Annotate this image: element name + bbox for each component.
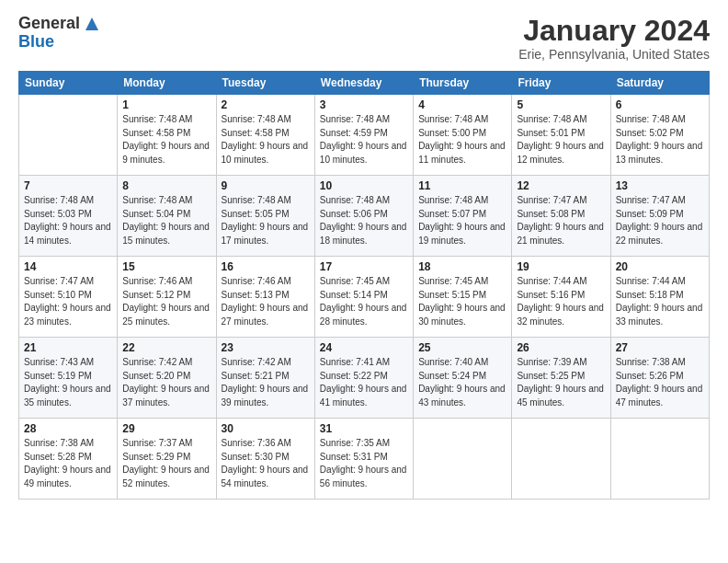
day-number: 5 [517,98,605,111]
sunset-text: Sunset: 5:26 PM [616,371,684,381]
logo-triangle-icon [85,17,98,30]
calendar-cell: 23Sunrise: 7:42 AMSunset: 5:21 PMDayligh… [216,338,314,419]
sunset-text: Sunset: 5:16 PM [517,290,585,300]
calendar-cell: 29Sunrise: 7:37 AMSunset: 5:29 PMDayligh… [118,419,216,500]
day-number: 1 [122,98,210,111]
calendar-cell: 18Sunrise: 7:45 AMSunset: 5:15 PMDayligh… [414,257,512,338]
calendar-header-row: SundayMondayTuesdayWednesdayThursdayFrid… [19,72,710,95]
sunrise-text: Sunrise: 7:39 AM [517,357,586,367]
calendar-cell: 22Sunrise: 7:42 AMSunset: 5:20 PMDayligh… [118,338,216,419]
sunrise-text: Sunrise: 7:44 AM [517,276,586,286]
sunset-text: Sunset: 5:05 PM [222,209,290,219]
title-area: January 2024 Erie, Pennsylvania, United … [518,15,710,62]
day-info: Sunrise: 7:48 AMSunset: 5:02 PMDaylight:… [616,113,704,167]
calendar-week-4: 21Sunrise: 7:43 AMSunset: 5:19 PMDayligh… [19,338,710,419]
logo: General Blue [18,15,98,52]
daylight-text: Daylight: 9 hours and 11 minutes. [418,141,506,165]
day-info: Sunrise: 7:48 AMSunset: 4:59 PMDaylight:… [320,113,408,167]
calendar-cell: 1Sunrise: 7:48 AMSunset: 4:58 PMDaylight… [118,95,216,176]
sunset-text: Sunset: 4:58 PM [222,128,290,138]
sunrise-text: Sunrise: 7:47 AM [616,195,686,205]
sunrise-text: Sunrise: 7:46 AM [122,276,192,286]
sunrise-text: Sunrise: 7:48 AM [320,114,390,124]
day-number: 9 [222,179,310,192]
sunset-text: Sunset: 4:59 PM [320,128,388,138]
calendar-cell: 16Sunrise: 7:46 AMSunset: 5:13 PMDayligh… [216,257,314,338]
sunrise-text: Sunrise: 7:35 AM [320,438,390,448]
sunrise-text: Sunrise: 7:42 AM [122,357,192,367]
day-number: 14 [24,260,112,273]
daylight-text: Daylight: 9 hours and 21 minutes. [517,222,604,246]
calendar-cell: 14Sunrise: 7:47 AMSunset: 5:10 PMDayligh… [19,257,118,338]
day-info: Sunrise: 7:47 AMSunset: 5:08 PMDaylight:… [517,194,605,247]
sunset-text: Sunset: 5:21 PM [222,371,290,381]
calendar-cell: 10Sunrise: 7:48 AMSunset: 5:06 PMDayligh… [314,176,413,257]
calendar-cell: 25Sunrise: 7:40 AMSunset: 5:24 PMDayligh… [414,338,512,419]
day-number: 2 [222,98,310,111]
calendar-cell: 2Sunrise: 7:48 AMSunset: 4:58 PMDaylight… [216,95,314,176]
calendar-week-5: 28Sunrise: 7:38 AMSunset: 5:28 PMDayligh… [19,419,710,500]
sunrise-text: Sunrise: 7:36 AM [222,438,291,448]
day-info: Sunrise: 7:48 AMSunset: 4:58 PMDaylight:… [222,113,310,167]
day-number: 31 [320,422,408,435]
sunrise-text: Sunrise: 7:48 AM [418,195,488,205]
sunset-text: Sunset: 5:18 PM [616,290,684,300]
day-info: Sunrise: 7:45 AMSunset: 5:14 PMDaylight:… [320,275,408,328]
daylight-text: Daylight: 9 hours and 47 minutes. [616,384,703,408]
calendar-cell: 3Sunrise: 7:48 AMSunset: 4:59 PMDaylight… [314,95,413,176]
daylight-text: Daylight: 9 hours and 45 minutes. [517,384,604,408]
daylight-text: Daylight: 9 hours and 19 minutes. [418,222,506,246]
day-info: Sunrise: 7:43 AMSunset: 5:19 PMDaylight:… [24,356,112,409]
day-info: Sunrise: 7:48 AMSunset: 4:58 PMDaylight:… [122,113,210,167]
daylight-text: Daylight: 9 hours and 49 minutes. [24,465,111,488]
sunrise-text: Sunrise: 7:48 AM [222,114,291,124]
daylight-text: Daylight: 9 hours and 14 minutes. [24,222,111,246]
day-info: Sunrise: 7:38 AMSunset: 5:26 PMDaylight:… [616,356,704,409]
calendar-cell: 7Sunrise: 7:48 AMSunset: 5:03 PMDaylight… [19,176,118,257]
sunset-text: Sunset: 5:29 PM [122,452,190,462]
calendar-cell: 12Sunrise: 7:47 AMSunset: 5:08 PMDayligh… [512,176,610,257]
day-number: 27 [616,341,704,354]
daylight-text: Daylight: 9 hours and 15 minutes. [122,222,210,246]
calendar-cell: 4Sunrise: 7:48 AMSunset: 5:00 PMDaylight… [414,95,512,176]
sunset-text: Sunset: 5:04 PM [122,209,190,219]
day-number: 6 [616,98,704,111]
day-info: Sunrise: 7:42 AMSunset: 5:20 PMDaylight:… [122,356,210,409]
calendar: SundayMondayTuesdayWednesdayThursdayFrid… [18,71,710,500]
sunrise-text: Sunrise: 7:48 AM [320,195,390,205]
sunrise-text: Sunrise: 7:40 AM [418,357,488,367]
sunrise-text: Sunrise: 7:48 AM [418,114,488,124]
page: General Blue January 2024 Erie, Pennsylv… [0,0,728,563]
day-info: Sunrise: 7:46 AMSunset: 5:12 PMDaylight:… [122,275,210,328]
calendar-cell [19,95,118,176]
day-number: 13 [616,179,704,192]
day-number: 17 [320,260,408,273]
day-info: Sunrise: 7:37 AMSunset: 5:29 PMDaylight:… [122,437,210,490]
sunrise-text: Sunrise: 7:45 AM [320,276,390,286]
day-info: Sunrise: 7:40 AMSunset: 5:24 PMDaylight:… [418,356,506,409]
day-number: 21 [24,341,112,354]
calendar-header-thursday: Thursday [414,72,512,95]
day-number: 24 [320,341,408,354]
month-title: January 2024 [518,15,710,47]
calendar-cell: 9Sunrise: 7:48 AMSunset: 5:05 PMDaylight… [216,176,314,257]
calendar-cell: 26Sunrise: 7:39 AMSunset: 5:25 PMDayligh… [512,338,610,419]
day-info: Sunrise: 7:48 AMSunset: 5:07 PMDaylight:… [418,194,506,247]
sunset-text: Sunset: 5:25 PM [517,371,585,381]
location: Erie, Pennsylvania, United States [518,47,710,62]
daylight-text: Daylight: 9 hours and 12 minutes. [517,141,604,165]
sunset-text: Sunset: 5:01 PM [517,128,585,138]
calendar-week-1: 1Sunrise: 7:48 AMSunset: 4:58 PMDaylight… [19,95,710,176]
calendar-cell: 11Sunrise: 7:48 AMSunset: 5:07 PMDayligh… [414,176,512,257]
day-number: 23 [222,341,310,354]
day-number: 4 [418,98,506,111]
day-info: Sunrise: 7:47 AMSunset: 5:09 PMDaylight:… [616,194,704,247]
day-number: 19 [517,260,605,273]
sunset-text: Sunset: 5:19 PM [24,371,92,381]
logo-blue: Blue [18,32,54,51]
sunset-text: Sunset: 5:20 PM [122,371,190,381]
daylight-text: Daylight: 9 hours and 41 minutes. [320,384,407,408]
calendar-header-wednesday: Wednesday [314,72,413,95]
calendar-cell: 8Sunrise: 7:48 AMSunset: 5:04 PMDaylight… [118,176,216,257]
daylight-text: Daylight: 9 hours and 35 minutes. [24,384,111,408]
